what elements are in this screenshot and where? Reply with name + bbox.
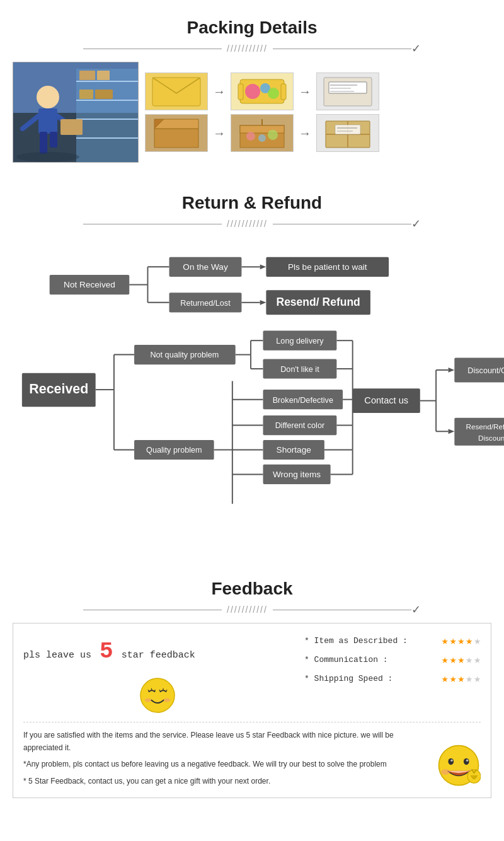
packing-header: Packing Details (13, 6, 491, 42)
svg-rect-17 (50, 132, 57, 148)
svg-rect-9 (79, 90, 93, 99)
feedback-body-3: * 5 Star Feedback, contact us, you can g… (23, 775, 430, 787)
svg-point-21 (245, 84, 260, 99)
svg-rect-31 (154, 129, 198, 148)
svg-rect-10 (95, 90, 113, 99)
feedback-body-2: *Any problem, pls contact us before leav… (23, 758, 430, 770)
refund-divider: /////////// ✓ (13, 217, 491, 231)
svg-text:On the Way: On the Way (183, 262, 228, 272)
pkg-open-box (145, 114, 208, 152)
happy-smiley-icon (437, 743, 481, 787)
packing-row-1: → → (145, 72, 491, 110)
feedback-suffix: star feedback (122, 650, 195, 661)
feedback-ratings: * Item as Described : ★ ★ ★ ★ ★ * Commun… (304, 634, 481, 690)
svg-marker-62 (260, 300, 266, 305)
arrow-icon-2: → (299, 84, 311, 99)
divider-zigzag: /////////// (227, 219, 268, 229)
feedback-number: 5 (100, 639, 113, 664)
star-icon: ★ (442, 671, 449, 685)
divider-line-left (83, 49, 222, 49)
divider-line-left (83, 224, 222, 224)
star-icon: ★ (442, 634, 449, 647)
feedback-title: Feedback (13, 579, 491, 599)
refund-section: Return & Refund /////////// ✓ Not Receiv… (0, 175, 504, 561)
svg-rect-2 (76, 69, 139, 163)
svg-rect-16 (40, 132, 47, 154)
divider-line-right (273, 49, 411, 49)
svg-text:Not Received: Not Received (64, 280, 115, 289)
svg-rect-25 (281, 84, 286, 100)
arrow-icon-1: → (213, 84, 226, 99)
svg-text:Pls be patient to wait: Pls be patient to wait (288, 262, 367, 272)
feedback-main-text: pls leave us 5 star feedback (23, 634, 292, 670)
star-empty-icon: ★ (474, 652, 481, 666)
star-empty-icon: ★ (466, 652, 472, 666)
svg-text:Quality problem: Quality problem (146, 446, 202, 455)
star-icon: ★ (450, 671, 457, 685)
star-icon: ★ (442, 652, 449, 666)
feedback-divider: /////////// ✓ (13, 603, 491, 617)
star-empty-icon: ★ (466, 671, 472, 685)
packing-row-2: → → (145, 114, 491, 152)
feedback-body-1: If you are satisfied with the items and … (23, 729, 430, 755)
pkg-candy (231, 72, 294, 110)
divider-line-right (273, 610, 411, 610)
star-icon: ★ (457, 671, 464, 685)
svg-text:Resend/Refund/: Resend/Refund/ (466, 422, 504, 431)
svg-point-130 (164, 698, 171, 702)
svg-marker-56 (260, 264, 266, 269)
svg-text:Broken/Defective: Broken/Defective (273, 396, 333, 405)
rating-label-2: * Communication : (304, 655, 437, 664)
chevron-down-icon: ✓ (411, 603, 421, 617)
svg-point-23 (268, 88, 279, 99)
star-icon: ★ (450, 652, 457, 666)
star-empty-icon: ★ (474, 634, 481, 647)
smiley-container (23, 676, 292, 714)
pkg-taped-box (316, 114, 379, 152)
svg-point-18 (16, 152, 79, 162)
svg-point-11 (37, 86, 59, 108)
divider-line-right (273, 224, 411, 224)
packing-divider: /////////// ✓ (13, 42, 491, 55)
svg-point-122 (140, 678, 175, 712)
refund-title: Return & Refund (13, 193, 491, 213)
svg-point-134 (450, 760, 453, 762)
svg-rect-7 (79, 71, 95, 80)
svg-point-129 (145, 698, 152, 702)
feedback-bottom-inner: If you are satisfied with the items and … (23, 729, 481, 788)
rating-label-1: * Item as Described : (304, 636, 437, 646)
arrow-icon-3: → (213, 126, 226, 141)
svg-marker-116 (449, 429, 455, 434)
stars-1: ★ ★ ★ ★ ★ (442, 634, 481, 647)
packing-title: Packing Details (13, 18, 491, 38)
divider-zigzag: /////////// (227, 605, 268, 615)
svg-text:Different color: Different color (275, 421, 324, 430)
svg-text:Resend/ Refund: Resend/ Refund (276, 296, 360, 308)
svg-rect-35 (240, 125, 284, 133)
svg-text:Don't like it: Don't like it (280, 365, 319, 374)
divider-line-left (83, 610, 222, 610)
svg-point-38 (258, 134, 266, 142)
feedback-section: Feedback /////////// ✓ pls leave us 5 st… (0, 561, 504, 811)
svg-text:Not quality problem: Not quality problem (150, 351, 219, 359)
svg-text:Long delivery: Long delivery (276, 337, 324, 345)
smiley-face-icon (139, 676, 176, 714)
star-icon: ★ (457, 634, 464, 647)
packing-worker-image (13, 62, 139, 163)
svg-text:Discount: Discount (478, 434, 504, 442)
svg-text:Contact us: Contact us (364, 395, 408, 405)
svg-text:Discount/Gifts: Discount/Gifts (467, 366, 504, 375)
rating-label-3: * Shipping Speed : (304, 674, 437, 683)
svg-point-132 (448, 758, 454, 765)
svg-text:Returned/Lost: Returned/Lost (180, 299, 231, 308)
divider-zigzag: /////////// (227, 44, 268, 54)
svg-text:Wrong items: Wrong items (273, 470, 321, 479)
packing-steps: → → (145, 72, 491, 152)
rating-row-communication: * Communication : ★ ★ ★ ★ ★ (304, 652, 481, 666)
pkg-envelope (145, 72, 208, 110)
arrow-icon-4: → (299, 126, 311, 141)
rating-row-item-described: * Item as Described : ★ ★ ★ ★ ★ (304, 634, 481, 647)
svg-rect-24 (238, 84, 243, 100)
svg-line-124 (151, 688, 152, 690)
svg-point-37 (246, 132, 255, 141)
